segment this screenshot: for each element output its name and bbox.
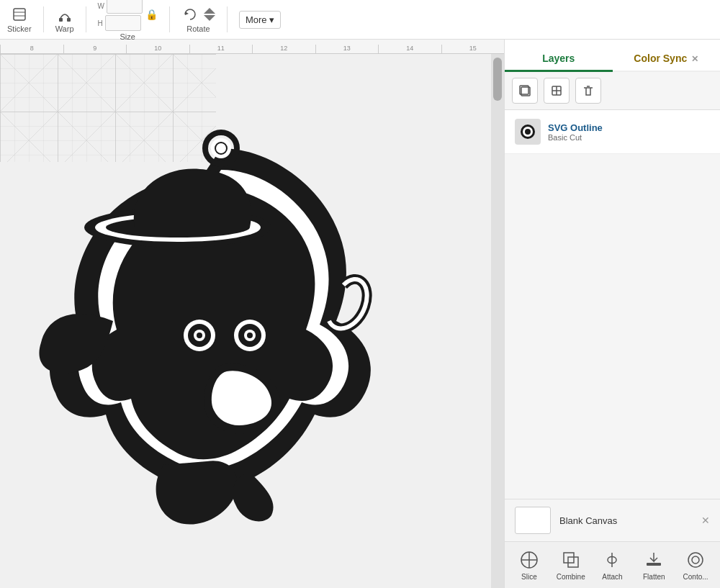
blank-canvas-label: Blank Canvas <box>559 515 617 526</box>
ruler-mark: 10 <box>126 45 189 53</box>
layer-thumb-icon <box>518 122 538 142</box>
svg-marker-5 <box>185 12 189 15</box>
blank-canvas-thumbnail <box>515 507 551 534</box>
duplicate-icon <box>518 83 532 98</box>
layer-type: Basic Cut <box>548 133 710 142</box>
svg-rect-4 <box>67 18 71 22</box>
sticker-icon <box>11 6 28 23</box>
sticker-label: Sticker <box>7 24 32 33</box>
svg-point-43 <box>692 556 699 564</box>
tab-color-sync-close[interactable]: ✕ <box>691 54 698 64</box>
main-toolbar: Sticker Warp W H 🔒 <box>0 0 720 40</box>
combine-label: Combine <box>557 573 585 581</box>
canvas-area[interactable]: 8 9 10 11 12 13 14 15 <box>0 40 504 588</box>
svg-marker-6 <box>204 8 215 14</box>
sticker-tool[interactable]: Sticker <box>7 6 32 33</box>
more-button[interactable]: More ▾ <box>239 11 281 29</box>
svg-rect-0 <box>14 9 25 20</box>
contour-tool[interactable]: Conto... <box>680 549 711 581</box>
blank-canvas-item: Blank Canvas ✕ <box>505 499 720 541</box>
combine-tool[interactable]: Combine <box>555 549 587 581</box>
ruler-marks: 8 9 10 11 12 13 14 15 <box>0 45 504 53</box>
layer-name: SVG Outline <box>548 122 710 133</box>
contour-icon <box>685 549 706 571</box>
warp-tool[interactable]: Warp <box>55 6 74 33</box>
layer-thumbnail <box>515 119 541 145</box>
svg-point-42 <box>688 553 703 567</box>
ruler-mark: 12 <box>252 45 315 53</box>
ruler-mark: 9 <box>63 45 127 53</box>
svg-marker-7 <box>204 15 215 21</box>
tab-color-sync-label: Color Sync <box>634 53 687 64</box>
layer-item[interactable]: SVG Outline Basic Cut <box>505 110 720 154</box>
attach-icon <box>601 549 623 571</box>
ruler-mark: 8 <box>0 45 63 53</box>
blank-canvas-close[interactable]: ✕ <box>701 515 710 526</box>
more-label: More <box>246 14 267 25</box>
flatten-label: Flatten <box>643 573 665 581</box>
scrollbar-thumb[interactable] <box>493 58 502 101</box>
scrollbar-vertical[interactable] <box>491 54 504 588</box>
main-area: 8 9 10 11 12 13 14 15 <box>0 40 720 588</box>
size-tool: W H 🔒 Size <box>98 0 158 41</box>
panel-toolbar <box>505 72 720 110</box>
warp-icon <box>56 6 73 23</box>
separator-3 <box>169 6 170 32</box>
bird-mascot-svg <box>34 98 408 544</box>
slice-icon <box>518 549 540 571</box>
svg-point-34 <box>525 129 531 135</box>
warp-label: Warp <box>55 24 74 33</box>
panel-bottom-toolbar: Slice Combine Attach Flatten <box>505 541 720 588</box>
copy-icon <box>549 83 564 98</box>
separator-1 <box>43 6 44 32</box>
right-panel: Layers Color Sync ✕ <box>504 40 720 588</box>
svg-rect-38 <box>564 553 574 563</box>
combine-icon <box>560 549 582 571</box>
rotate-icon <box>181 6 199 23</box>
flatten-icon <box>643 549 665 571</box>
more-arrow: ▾ <box>269 14 274 25</box>
svg-point-19 <box>247 333 253 338</box>
svg-rect-39 <box>568 557 578 567</box>
delete-icon <box>581 83 595 98</box>
attach-tool[interactable]: Attach <box>596 549 628 581</box>
separator-2 <box>86 6 86 32</box>
separator-4 <box>227 6 228 32</box>
tab-layers-label: Layers <box>542 53 575 64</box>
slice-label: Slice <box>521 573 537 581</box>
slice-tool[interactable]: Slice <box>513 549 545 581</box>
ruler-mark: 15 <box>441 45 505 53</box>
layer-info: SVG Outline Basic Cut <box>548 122 710 142</box>
svg-point-23 <box>197 333 202 338</box>
panel-tool-btn-3[interactable] <box>575 78 601 104</box>
panel-spacer <box>505 154 720 499</box>
panel-tool-btn-2[interactable] <box>544 78 570 104</box>
tab-layers[interactable]: Layers <box>505 53 613 72</box>
ruler-mark: 13 <box>315 45 379 53</box>
svg-rect-3 <box>59 18 63 22</box>
flatten-tool[interactable]: Flatten <box>638 549 670 581</box>
svg-rect-41 <box>647 563 661 566</box>
ruler-mark: 14 <box>378 45 441 53</box>
lock-icon: 🔒 <box>145 9 158 20</box>
ruler-mark: 11 <box>189 45 253 53</box>
panel-tool-btn-1[interactable] <box>512 78 538 104</box>
canvas-content <box>0 54 491 588</box>
panel-tabs: Layers Color Sync ✕ <box>505 40 720 72</box>
size-h-input[interactable] <box>105 15 141 31</box>
ruler-top: 8 9 10 11 12 13 14 15 <box>0 40 504 54</box>
tab-color-sync[interactable]: Color Sync ✕ <box>613 53 721 72</box>
contour-label: Conto... <box>683 573 708 581</box>
size-w-input[interactable] <box>107 0 143 14</box>
svg-point-25 <box>211 138 231 158</box>
rotate-label: Rotate <box>186 24 210 33</box>
rotate-tool[interactable]: Rotate <box>181 6 215 33</box>
attach-label: Attach <box>602 573 622 581</box>
